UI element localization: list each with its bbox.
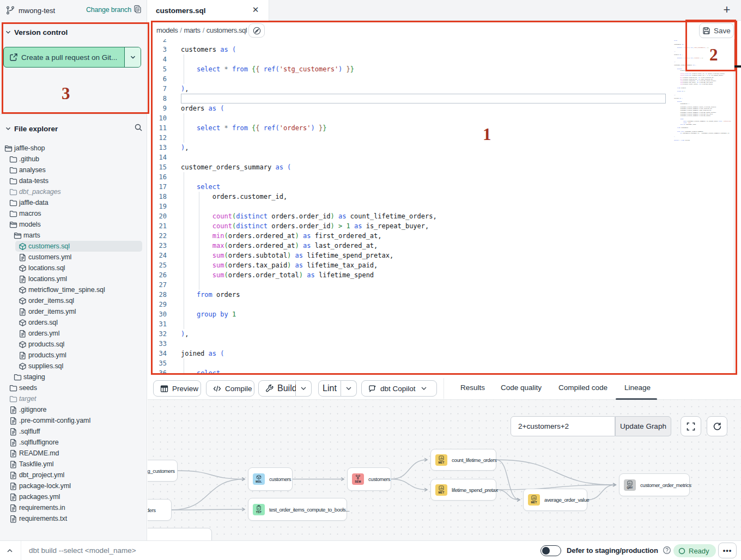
code-line[interactable]: group by 1 [181,309,468,319]
save-button[interactable]: Save [699,23,734,38]
build-dropdown-caret[interactable] [296,380,312,397]
lineage-node-stg_customers[interactable]: MDLstg_customers [148,460,178,482]
lineage-node-average_order_value[interactable]: METaverage_order_value [523,489,587,511]
version-control-header[interactable]: Version control [0,27,147,38]
tree-item-packages-yml[interactable]: packages.yml [0,491,147,502]
tree-item-customers-sql[interactable]: customers.sql [0,241,147,252]
code-line[interactable] [181,319,468,329]
copy-icon[interactable] [132,4,143,15]
dbt-copilot-button[interactable]: dbt Copilot [361,380,437,397]
lineage-node-test_order_items[interactable]: TSTtest_order_items_compute_to_bools... [248,498,347,521]
tree-item-analyses[interactable]: analyses [0,165,147,175]
code-line[interactable]: ), [181,84,468,94]
help-icon[interactable] [663,546,671,555]
command-input[interactable]: dbt build --select <model_name> [29,546,136,555]
code-line[interactable] [181,94,468,104]
tree-item-staging[interactable]: staging [0,372,147,382]
minimap[interactable]: with customers as ( select * from {{ ref… [672,39,734,375]
lineage-node-customers_mdl[interactable]: MDLcustomers [248,467,293,491]
tree-item-taskfile-yml[interactable]: Taskfile.yml [0,459,147,470]
tree-item--sqlfluffignore[interactable]: .sqlfluffignore [0,437,147,448]
tree-item-customers-yml[interactable]: customers.yml [0,252,147,263]
code-line[interactable]: min(orders.ordered_at) as first_ordered_… [181,231,468,241]
code-content[interactable]: with customers as ( select * from {{ ref… [181,39,468,375]
breadcrumb-segment[interactable]: marts [184,26,200,34]
code-line[interactable]: sum(orders.subtotal) as lifetime_spend_p… [181,251,468,260]
code-line[interactable] [181,280,468,290]
code-line[interactable] [181,153,468,162]
tree-item-data-tests[interactable]: data-tests [0,175,147,186]
tree-item-requirements-in[interactable]: requirements.in [0,502,147,513]
tree-item-requirements-txt[interactable]: requirements.txt [0,513,147,524]
code-line[interactable]: count(distinct orders.order_id) as count… [181,211,468,221]
file-explorer-header[interactable]: File explorer [0,123,147,134]
code-line[interactable] [181,172,468,182]
copilot-badge-button[interactable] [248,23,265,38]
compile-button[interactable]: Compile [206,380,254,397]
lineage-node-cut_node_bottom[interactable] [148,528,212,540]
tree-item--github[interactable]: .github [0,154,147,165]
build-button[interactable]: Build [258,380,296,397]
code-line[interactable]: select [181,368,468,375]
tree-item-locations-yml[interactable]: locations.yml [0,273,147,284]
code-line[interactable]: orders as ( [181,104,468,113]
code-line[interactable] [181,54,468,64]
tree-item--pre-commit-config-yaml[interactable]: .pre-commit-config.yaml [0,415,147,426]
code-line[interactable] [181,74,468,84]
more-options-button[interactable]: ••• [718,543,737,558]
breadcrumb-segment[interactable]: models [156,26,178,34]
create-pull-request-caret[interactable] [124,47,141,67]
code-line[interactable]: sum(orders.tax_paid) as lifetime_tax_pai… [181,260,468,270]
search-icon[interactable] [134,123,143,132]
create-pull-request-button[interactable]: Create a pull request on Git... [3,47,141,68]
tree-item-package-lock-yml[interactable]: package-lock.yml [0,480,147,491]
code-line[interactable] [181,300,468,309]
defer-toggle[interactable] [540,545,561,556]
tree-item--gitignore[interactable]: .gitignore [0,404,147,415]
code-line[interactable]: ), [181,143,468,153]
code-line[interactable] [181,358,468,368]
lineage-panel[interactable]: MDLstg_customersMDLordersMDLcustomersTST… [148,400,741,540]
tree-item-seeds[interactable]: seeds [0,382,147,393]
tree-item-jaffle-data[interactable]: jaffle-data [0,197,147,208]
tree-item-order-items-yml[interactable]: order_items.yml [0,306,147,317]
tree-item-macros[interactable]: macros [0,208,147,219]
preview-button[interactable]: Preview [153,380,201,397]
tree-item-locations-sql[interactable]: locations.sql [0,263,147,273]
code-line[interactable]: customer_orders_summary as ( [181,162,468,172]
code-line[interactable] [181,113,468,123]
panel-tab-lineage[interactable]: Lineage [624,375,651,400]
change-branch-link[interactable]: Change branch [86,6,131,14]
create-pull-request-main[interactable]: Create a pull request on Git... [4,47,124,67]
tree-item-products-sql[interactable]: products.sql [0,339,147,350]
fullscreen-button[interactable] [681,416,701,436]
code-line[interactable] [181,202,468,211]
lineage-node-lifetime_spend_pretax[interactable]: METlifetime_spend_pretax [430,479,496,501]
tree-item-readme-md[interactable]: README.md [0,448,147,459]
panel-tab-compiled-code[interactable]: Compiled code [558,375,608,400]
code-editor[interactable]: 1234567891011121314151617181920212223242… [148,39,741,375]
panel-tab-results[interactable]: Results [460,375,485,400]
code-line[interactable]: ), [181,329,468,339]
tree-item-target[interactable]: target [0,393,147,404]
lineage-node-orders[interactable]: MDLorders [148,499,172,521]
lint-dropdown-caret[interactable] [341,380,357,397]
tree-item-dbt-project-yml[interactable]: dbt_project.yml [0,470,147,480]
code-line[interactable]: joined as ( [181,349,468,358]
tree-item-models[interactable]: models [0,219,147,230]
new-tab-button[interactable]: + [720,3,734,17]
code-line[interactable]: count(distinct orders.order_id) > 1 as i… [181,221,468,231]
tree-item-products-yml[interactable]: products.yml [0,350,147,361]
code-line[interactable]: select [181,182,468,192]
tree-item-orders-yml[interactable]: orders.yml [0,328,147,339]
update-graph-button[interactable]: Update Graph [615,416,671,436]
code-line[interactable]: select * from {{ ref('orders') }} [181,123,468,133]
code-line[interactable] [181,39,468,45]
code-line[interactable]: sum(orders.order_total) as lifetime_spen… [181,270,468,280]
lineage-node-count_lifetime_orders[interactable]: METcount_lifetime_orders [430,449,496,471]
tab-customers-sql[interactable]: customers.sql ✕ [147,0,269,21]
lineage-filter-input[interactable]: 2+customers+2 [511,416,615,436]
refresh-button[interactable] [707,416,727,436]
lineage-node-customers_sem[interactable]: SEMcustomers [347,467,391,491]
lint-button[interactable]: Lint [318,380,341,397]
